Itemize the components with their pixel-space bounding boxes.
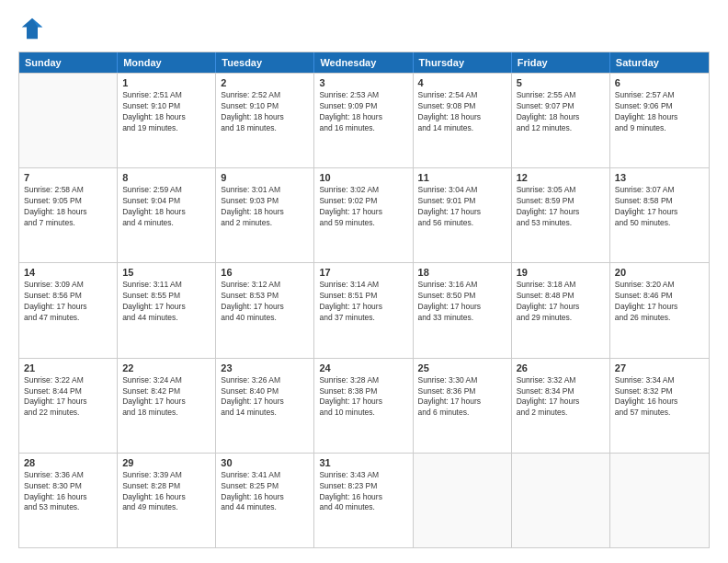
cell-info: Sunrise: 2:53 AM Sunset: 9:09 PM Dayligh… [319,90,407,134]
cell-day-number: 19 [517,267,605,278]
cell-day-number: 17 [319,267,407,278]
cal-cell: 14Sunrise: 3:09 AM Sunset: 8:56 PM Dayli… [19,263,118,357]
cell-day-number: 10 [319,172,407,183]
header-cell-thursday: Thursday [414,52,512,73]
cell-day-number: 28 [24,457,112,468]
cal-cell: 3Sunrise: 2:53 AM Sunset: 9:09 PM Daylig… [314,74,413,167]
week-row-3: 21Sunrise: 3:22 AM Sunset: 8:44 PM Dayli… [19,358,709,453]
cell-info: Sunrise: 3:20 AM Sunset: 8:46 PM Dayligh… [615,280,704,324]
header-cell-sunday: Sunday [19,52,118,73]
cell-day-number: 31 [319,457,407,468]
cal-cell: 16Sunrise: 3:12 AM Sunset: 8:53 PM Dayli… [216,263,314,357]
cell-info: Sunrise: 3:26 AM Sunset: 8:40 PM Dayligh… [221,375,309,419]
cal-cell: 7Sunrise: 2:58 AM Sunset: 9:05 PM Daylig… [19,168,118,262]
cell-info: Sunrise: 3:04 AM Sunset: 9:01 PM Dayligh… [418,185,506,229]
cell-info: Sunrise: 2:57 AM Sunset: 9:06 PM Dayligh… [615,90,704,134]
cell-day-number: 21 [24,362,112,373]
cell-info: Sunrise: 3:02 AM Sunset: 9:02 PM Dayligh… [319,185,407,229]
cal-cell: 26Sunrise: 3:32 AM Sunset: 8:34 PM Dayli… [512,359,610,453]
cell-info: Sunrise: 2:59 AM Sunset: 9:04 PM Dayligh… [122,185,210,229]
cell-info: Sunrise: 2:54 AM Sunset: 9:08 PM Dayligh… [418,90,506,134]
cell-info: Sunrise: 3:11 AM Sunset: 8:55 PM Dayligh… [122,280,210,324]
cell-info: Sunrise: 3:01 AM Sunset: 9:03 PM Dayligh… [221,185,309,229]
page: SundayMondayTuesdayWednesdayThursdayFrid… [0,0,728,563]
cell-day-number: 30 [221,457,309,468]
cell-day-number: 9 [221,172,309,183]
cell-day-number: 5 [517,77,605,88]
cal-cell: 19Sunrise: 3:18 AM Sunset: 8:48 PM Dayli… [512,263,610,357]
cell-info: Sunrise: 2:55 AM Sunset: 9:07 PM Dayligh… [517,90,605,134]
cell-info: Sunrise: 3:39 AM Sunset: 8:28 PM Dayligh… [122,470,210,514]
cell-info: Sunrise: 3:18 AM Sunset: 8:48 PM Dayligh… [517,280,605,324]
cal-cell [414,454,512,547]
svg-marker-0 [22,18,43,40]
cal-cell: 9Sunrise: 3:01 AM Sunset: 9:03 PM Daylig… [216,168,314,262]
cell-day-number: 14 [24,267,112,278]
cell-day-number: 27 [615,362,704,373]
cal-cell: 18Sunrise: 3:16 AM Sunset: 8:50 PM Dayli… [414,263,512,357]
cell-info: Sunrise: 2:58 AM Sunset: 9:05 PM Dayligh… [24,185,112,229]
logo-icon [18,15,46,42]
calendar: SundayMondayTuesdayWednesdayThursdayFrid… [18,52,710,548]
cal-cell [610,454,709,547]
cal-cell: 23Sunrise: 3:26 AM Sunset: 8:40 PM Dayli… [216,359,314,453]
cell-day-number: 8 [122,172,210,183]
cal-cell: 25Sunrise: 3:30 AM Sunset: 8:36 PM Dayli… [414,359,512,453]
cal-cell: 30Sunrise: 3:41 AM Sunset: 8:25 PM Dayli… [216,454,314,547]
cell-info: Sunrise: 3:36 AM Sunset: 8:30 PM Dayligh… [24,470,112,514]
cell-info: Sunrise: 3:14 AM Sunset: 8:51 PM Dayligh… [319,280,407,324]
cal-cell: 22Sunrise: 3:24 AM Sunset: 8:42 PM Dayli… [118,359,216,453]
week-row-2: 14Sunrise: 3:09 AM Sunset: 8:56 PM Dayli… [19,262,709,357]
cell-info: Sunrise: 3:24 AM Sunset: 8:42 PM Dayligh… [122,375,210,419]
cal-cell [19,74,118,167]
cell-day-number: 6 [615,77,704,88]
week-row-4: 28Sunrise: 3:36 AM Sunset: 8:30 PM Dayli… [19,453,709,547]
cell-info: Sunrise: 2:52 AM Sunset: 9:10 PM Dayligh… [221,90,309,134]
header-cell-saturday: Saturday [610,52,709,73]
cal-cell: 6Sunrise: 2:57 AM Sunset: 9:06 PM Daylig… [610,74,709,167]
cell-info: Sunrise: 3:34 AM Sunset: 8:32 PM Dayligh… [615,375,704,419]
cell-day-number: 18 [418,267,506,278]
header-cell-wednesday: Wednesday [314,52,413,73]
header [18,15,710,42]
cal-cell: 12Sunrise: 3:05 AM Sunset: 8:59 PM Dayli… [512,168,610,262]
cal-cell: 2Sunrise: 2:52 AM Sunset: 9:10 PM Daylig… [216,74,314,167]
cal-cell: 17Sunrise: 3:14 AM Sunset: 8:51 PM Dayli… [314,263,413,357]
cell-info: Sunrise: 3:22 AM Sunset: 8:44 PM Dayligh… [24,375,112,419]
cell-day-number: 22 [122,362,210,373]
cell-info: Sunrise: 3:12 AM Sunset: 8:53 PM Dayligh… [221,280,309,324]
cell-day-number: 24 [319,362,407,373]
cell-day-number: 25 [418,362,506,373]
cal-cell: 21Sunrise: 3:22 AM Sunset: 8:44 PM Dayli… [19,359,118,453]
calendar-header: SundayMondayTuesdayWednesdayThursdayFrid… [19,52,709,73]
cell-info: Sunrise: 3:16 AM Sunset: 8:50 PM Dayligh… [418,280,506,324]
cell-day-number: 1 [122,77,210,88]
week-row-1: 7Sunrise: 2:58 AM Sunset: 9:05 PM Daylig… [19,167,709,262]
cell-info: Sunrise: 3:28 AM Sunset: 8:38 PM Dayligh… [319,375,407,419]
cell-day-number: 12 [517,172,605,183]
cell-day-number: 2 [221,77,309,88]
cal-cell: 29Sunrise: 3:39 AM Sunset: 8:28 PM Dayli… [118,454,216,547]
header-cell-tuesday: Tuesday [216,52,314,73]
cal-cell: 10Sunrise: 3:02 AM Sunset: 9:02 PM Dayli… [314,168,413,262]
cal-cell: 13Sunrise: 3:07 AM Sunset: 8:58 PM Dayli… [610,168,709,262]
cell-info: Sunrise: 3:30 AM Sunset: 8:36 PM Dayligh… [418,375,506,419]
cal-cell: 27Sunrise: 3:34 AM Sunset: 8:32 PM Dayli… [610,359,709,453]
header-cell-monday: Monday [118,52,216,73]
cell-info: Sunrise: 3:32 AM Sunset: 8:34 PM Dayligh… [517,375,605,419]
cal-cell: 24Sunrise: 3:28 AM Sunset: 8:38 PM Dayli… [314,359,413,453]
cal-cell [512,454,610,547]
cal-cell: 20Sunrise: 3:20 AM Sunset: 8:46 PM Dayli… [610,263,709,357]
cell-day-number: 26 [517,362,605,373]
cell-day-number: 4 [418,77,506,88]
cell-day-number: 29 [122,457,210,468]
logo [18,15,50,42]
cell-day-number: 13 [615,172,704,183]
cal-cell: 5Sunrise: 2:55 AM Sunset: 9:07 PM Daylig… [512,74,610,167]
cal-cell: 15Sunrise: 3:11 AM Sunset: 8:55 PM Dayli… [118,263,216,357]
cell-info: Sunrise: 3:07 AM Sunset: 8:58 PM Dayligh… [615,185,704,229]
cell-info: Sunrise: 3:09 AM Sunset: 8:56 PM Dayligh… [24,280,112,324]
cell-day-number: 23 [221,362,309,373]
cell-info: Sunrise: 2:51 AM Sunset: 9:10 PM Dayligh… [122,90,210,134]
cell-day-number: 16 [221,267,309,278]
